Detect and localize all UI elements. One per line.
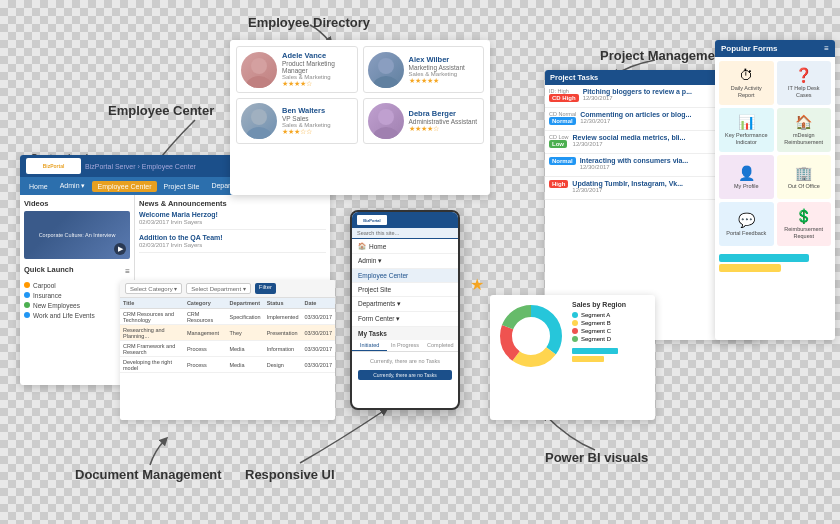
nav-home[interactable]: Home (24, 181, 53, 192)
cell-status: Presentation (264, 325, 302, 341)
task-name: Updating Tumblr, Instagram, Vk... (572, 180, 736, 187)
document-management-panel: Select Category ▾ Select Department ▾ Fi… (120, 280, 335, 420)
breadcrumb: BizPortal Server › Employee Center (85, 163, 196, 170)
dir-card-3[interactable]: Ben Walters VP Sales Sales & Marketing ★… (236, 98, 358, 144)
video-thumbnail[interactable]: Corporate Culture: An Interview ▶ (24, 211, 130, 259)
form-icon: 💬 (738, 212, 755, 228)
donut-chart (496, 301, 566, 371)
employee-title: Product Marketing Manager (282, 60, 353, 74)
form-card-4[interactable]: 🏠 mDesign Reimbursement (777, 108, 832, 152)
form-label: Daily Activity Report (723, 85, 770, 98)
logo: BizPortal (26, 158, 81, 174)
mobile-nav-admin[interactable]: Admin ▾ (352, 254, 458, 269)
employee-name: Debra Berger (409, 109, 478, 118)
mobile-nav-emp-center[interactable]: Employee Center (352, 269, 458, 283)
table-row[interactable]: CRM Resources and Technology CRM Resourc… (120, 309, 335, 325)
nav-employee-center[interactable]: Employee Center (92, 181, 156, 192)
directory-grid: Adele Vance Product Marketing Manager Sa… (236, 46, 484, 144)
doc-filter-category[interactable]: Select Category ▾ (125, 283, 182, 294)
table-row[interactable]: Developing the right model Process Media… (120, 357, 335, 373)
legend-item-4: Segment D (572, 336, 626, 342)
ql-label: Work and Life Events (33, 312, 95, 319)
document-management-label: Document Management (75, 467, 222, 482)
news-item-title[interactable]: Welcome Maria Herzog! (139, 211, 326, 218)
cell-date: 03/30/2017 (301, 309, 335, 325)
legend-item-1: Segment A (572, 312, 626, 318)
form-card-7[interactable]: 💬 Portal Feedback (719, 202, 774, 246)
form-icon: ❓ (795, 67, 812, 83)
mobile-header: BizPortal (352, 212, 458, 228)
nav-project-site[interactable]: Project Site (159, 181, 205, 192)
svg-point-4 (251, 109, 267, 125)
project-management-label: Project Management (600, 48, 727, 63)
news-item-title[interactable]: Addition to the QA Team! (139, 234, 326, 241)
doc-search-btn[interactable]: Filter (255, 283, 276, 294)
play-button[interactable]: ▶ (114, 243, 126, 255)
dir-card-1[interactable]: Adele Vance Product Marketing Manager Sa… (236, 46, 358, 93)
ql-carpool[interactable]: Carpool (24, 280, 130, 290)
cell-status: Design (264, 357, 302, 373)
tab-initiated[interactable]: Initiated (352, 340, 387, 351)
mobile-search-bar[interactable]: Search this site... (352, 228, 458, 238)
task-meta: 12/30/2017 (572, 187, 736, 193)
employee-stars: ★★★★☆ (409, 125, 478, 133)
form-card-6[interactable]: 🏢 Out Of Office (777, 155, 832, 199)
panel-left: Videos Corporate Culture: An Interview ▶… (20, 195, 135, 385)
priority-badge: Low (549, 140, 567, 148)
dir-card-4[interactable]: Debra Berger Administrative Assistant ★★… (363, 98, 485, 144)
cell-dept: Media (226, 357, 263, 373)
cell-dept: They (226, 325, 263, 341)
create-task-button[interactable]: Currently, there are no Tasks (358, 370, 452, 380)
cell-title: Researching and Planning... (120, 325, 184, 341)
mobile-nav-dept[interactable]: Departments ▾ (352, 297, 458, 312)
tab-completed[interactable]: Completed (423, 340, 458, 351)
mobile-nav-home[interactable]: 🏠 Home (352, 239, 458, 254)
employee-name: Ben Walters (282, 106, 331, 115)
legend-dot (572, 312, 578, 318)
task-name: Commenting on articles or blog... (580, 111, 736, 118)
ql-dot (24, 292, 30, 298)
form-icon: 🏢 (795, 165, 812, 181)
table-row[interactable]: CRM Framework and Research Process Media… (120, 341, 335, 357)
settings-icon[interactable]: ≡ (125, 267, 130, 276)
news-item-1: Welcome Maria Herzog! 02/03/2017 Irvin S… (139, 211, 326, 230)
table-row[interactable]: Researching and Planning... Management T… (120, 325, 335, 341)
form-icon: 📊 (738, 114, 755, 130)
dir-card-2[interactable]: Alex Wilber Marketing Assistant Sales & … (363, 46, 485, 93)
form-card-3[interactable]: 📊 Key Performance Indicator (719, 108, 774, 152)
ql-work-life[interactable]: Work and Life Events (24, 310, 130, 320)
form-card-2[interactable]: ❓ IT Help Desk Cases (777, 61, 832, 105)
doc-header: Select Category ▾ Select Department ▾ Fi… (120, 280, 335, 298)
mobile-nav-form[interactable]: Form Center ▾ (352, 312, 458, 327)
task-meta: 12/30/2017 (583, 95, 736, 101)
mobile-nav-project[interactable]: Project Site (352, 283, 458, 297)
svg-point-5 (246, 127, 272, 139)
star-icon: ★ (470, 275, 484, 294)
dir-card-info: Alex Wilber Marketing Assistant Sales & … (409, 55, 465, 85)
avatar-adele (241, 52, 277, 88)
quick-launch: Quick Launch ≡ Carpool Insurance New Emp… (24, 265, 130, 320)
ql-insurance[interactable]: Insurance (24, 290, 130, 300)
cell-cat: CRM Resources (184, 309, 227, 325)
chart-title: Sales by Region (572, 301, 626, 308)
mobile-tasks-header: My Tasks (352, 327, 458, 340)
forms-menu-icon[interactable]: ≡ (824, 44, 829, 53)
cell-date: 03/30/2017 (301, 357, 335, 373)
employee-title: Administrative Assistant (409, 118, 478, 125)
ql-new-employees[interactable]: New Employees (24, 300, 130, 310)
legend-dot (572, 320, 578, 326)
form-card-1[interactable]: ⏱ Daily Activity Report (719, 61, 774, 105)
doc-filter-dept[interactable]: Select Department ▾ (186, 283, 250, 294)
svg-point-12 (513, 318, 549, 354)
tab-in-progress[interactable]: In Progress (387, 340, 422, 351)
form-label: Reimbursement Request (781, 226, 828, 239)
employee-stars: ★★★★★ (409, 77, 465, 85)
form-card-5[interactable]: 👤 My Profile (719, 155, 774, 199)
nav-admin[interactable]: Admin ▾ (55, 180, 91, 192)
document-table: Title Category Department Status Date CR… (120, 298, 335, 373)
svg-point-0 (251, 58, 267, 74)
employee-directory-label: Employee Directory (248, 15, 370, 30)
form-card-8[interactable]: 💲 Reimbursement Request (777, 202, 832, 246)
bar-chart-mini (572, 348, 626, 362)
priority-badge: CD High (549, 94, 579, 102)
